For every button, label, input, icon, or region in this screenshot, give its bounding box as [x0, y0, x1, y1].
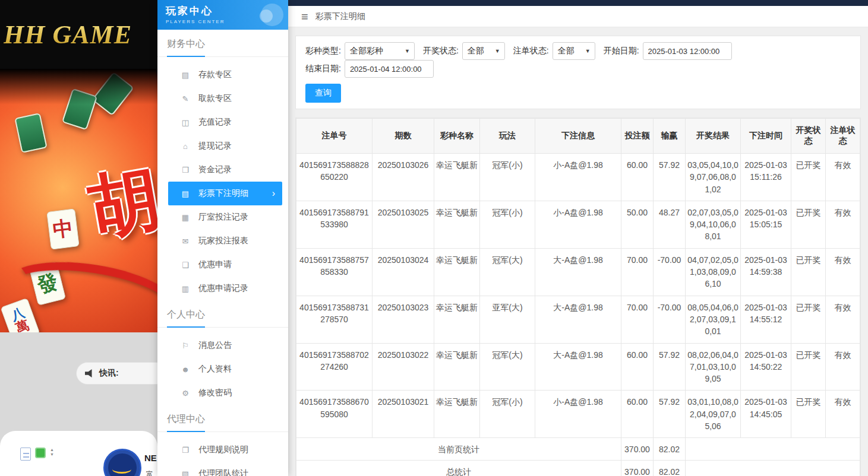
table-cell: 08,02,06,04,07,01,03,10,09,05: [686, 343, 741, 391]
sidebar-item-label: 厅室投注记录: [198, 212, 248, 223]
sidebar-item-player-bet-report[interactable]: ✉玩家投注报表: [168, 229, 282, 253]
table-cell: 04,07,02,05,01,03,08,09,06,10: [686, 248, 741, 296]
sidebar-item-agent-rules[interactable]: ❐代理规则说明: [168, 438, 282, 462]
table-cell: 60.00: [621, 391, 654, 438]
lottery-type-value: 全部彩种: [350, 46, 383, 56]
summary-label: 总统计: [296, 461, 621, 476]
sidebar-item-change-password[interactable]: ⚙修改密码: [168, 381, 282, 405]
news-partial-text-2: 富: [146, 469, 153, 476]
green-app-icon[interactable]: [35, 448, 46, 458]
sidebar-item-withdrawal-records[interactable]: ⌂提现记录: [168, 134, 282, 158]
chevron-down-icon: ▼: [495, 48, 500, 54]
mahjong-tile-back: [14, 113, 48, 153]
sidebar-item-promo-apply[interactable]: ❑优惠申请: [168, 253, 282, 277]
table-cell: 小-A盘@1.98: [535, 154, 621, 201]
scroll-arrows-icon[interactable]: ▲▼: [50, 448, 54, 456]
chart-icon: ▧: [180, 469, 191, 476]
draw-status-select[interactable]: 全部 ▼: [462, 42, 505, 60]
menu-toggle-icon[interactable]: ≡: [301, 11, 308, 23]
document-icon: ❐: [180, 446, 191, 455]
sidebar-item-label: 玩家投注报表: [198, 236, 248, 246]
column-header: 下注时间: [741, 119, 791, 154]
chevron-right-icon: ›: [272, 188, 282, 199]
sidebar-item-label: 代理团队统计: [198, 468, 248, 476]
summary-empty-cell: [686, 461, 860, 476]
promo-top-fade: [0, 69, 157, 104]
table-cell: 20250103024: [373, 248, 434, 296]
draw-status-value: 全部: [468, 46, 484, 56]
table-cell: 20250103025: [373, 201, 434, 248]
sidebar-item-promo-apply-records[interactable]: ▥优惠申请记录: [168, 277, 282, 300]
brand-logo: HH GAME: [4, 20, 132, 50]
lottery-bet-detail-icon: ▤: [180, 189, 191, 198]
sidebar-item-label: 消息公告: [198, 340, 232, 351]
doc-file-icon[interactable]: [20, 448, 31, 461]
table-cell: 60.00: [621, 343, 654, 391]
column-header: 注单状态: [826, 119, 860, 154]
table-cell: 70.00: [621, 248, 654, 296]
sidebar: 玩家中心 PLAYERS CENTER 财务中心▤存款专区✎取款专区◫充值记录⌂…: [157, 0, 288, 476]
table-cell: 有效: [826, 391, 860, 438]
table-cell: 60.00: [621, 154, 654, 201]
sidebar-item-fund-records[interactable]: ❒资金记录: [168, 158, 282, 182]
table-cell: 冠军(大): [480, 248, 535, 296]
sidebar-item-lottery-bet-details[interactable]: ▤彩票下注明细›: [168, 182, 282, 205]
bet-status-select[interactable]: 全部 ▼: [553, 42, 595, 60]
table-cell: 401569173588670595080: [296, 391, 373, 438]
table-cell: -70.00: [654, 248, 686, 296]
bet-status-value: 全部: [558, 46, 575, 56]
table-cell: 48.27: [654, 201, 686, 248]
sidebar-item-recharge-records[interactable]: ◫充值记录: [168, 110, 282, 134]
sidebar-item-hall-bet-records[interactable]: ▦厅室投注记录: [168, 205, 282, 229]
table-cell: 有效: [826, 296, 860, 343]
column-header: 玩法: [480, 119, 535, 154]
summary-bet-total: 370.00: [621, 438, 654, 461]
table-cell: 有效: [826, 154, 860, 201]
table-cell: 大-A盘@1.98: [535, 343, 621, 391]
sidebar-item-deposit-zone[interactable]: ▤存款专区: [168, 63, 282, 87]
table-cell: 冠军(小): [480, 391, 535, 438]
player-bet-report-icon: ✉: [180, 237, 191, 246]
column-header: 输赢: [654, 119, 686, 154]
sidebar-nav: 财务中心▤存款专区✎取款专区◫充值记录⌂提现记录❒资金记录▤彩票下注明细›▦厅室…: [157, 30, 288, 476]
table-row: 40156917358870227426020250103022幸运飞艇新冠军(…: [296, 343, 860, 391]
table-cell: 已开奖: [791, 154, 826, 201]
table-cell: 401569173588731278570: [296, 296, 373, 343]
sidebar-item-agent-team-stats[interactable]: ▧代理团队统计: [168, 462, 282, 476]
sidebar-item-label: 个人资料: [198, 364, 232, 375]
column-header: 期数: [373, 119, 434, 154]
fund-record-icon: ❒: [180, 166, 191, 174]
table-cell: 冠军(小): [480, 154, 535, 201]
sidebar-item-profile[interactable]: ☻个人资料: [168, 357, 282, 381]
sidebar-item-announcements[interactable]: ⚐消息公告: [168, 334, 282, 357]
site-logo-bar: HH GAME: [0, 0, 157, 69]
table-cell: 幸运飞艇新: [434, 154, 480, 201]
summary-label: 当前页统计: [296, 438, 621, 461]
start-date-input[interactable]: [643, 42, 732, 60]
table-cell: 小-A盘@1.98: [535, 201, 621, 248]
sidebar-item-label: 存款专区: [198, 69, 232, 80]
table-cell: 20250103021: [373, 391, 434, 438]
lottery-type-select[interactable]: 全部彩种 ▼: [345, 42, 415, 60]
summary-win-loss: 82.02: [654, 461, 686, 476]
speaker-icon: [85, 369, 94, 377]
table-cell: 02,07,03,05,09,04,10,06,08,01: [686, 201, 741, 248]
table-cell: 亚军(大): [480, 296, 535, 343]
chevron-down-icon: ▼: [405, 48, 410, 54]
promo-apply-icon: ❑: [180, 261, 191, 269]
sidebar-item-label: 代理规则说明: [198, 445, 248, 455]
sidebar-item-withdraw-zone[interactable]: ✎取款专区: [168, 87, 282, 110]
table-cell: 70.00: [621, 296, 654, 343]
bets-table-card: 注单号期数彩种名称玩法下注信息投注额输赢开奖结果下注时间开奖状态注单状态 401…: [295, 118, 861, 476]
sidebar-item-label: 彩票下注明细: [198, 188, 248, 199]
table-cell: 2025-01-03 15:05:15: [741, 201, 791, 248]
filter-panel: 彩种类型: 全部彩种 ▼ 开奖状态: 全部 ▼: [295, 36, 861, 109]
hall-bet-record-icon: ▦: [180, 213, 191, 222]
tile-glyph: 中: [51, 214, 74, 244]
chevron-down-icon: ▼: [585, 48, 591, 54]
query-button[interactable]: 查询: [305, 84, 341, 103]
table-cell: 大-A盘@1.98: [535, 296, 621, 343]
summary-empty-cell: [686, 438, 860, 461]
end-date-input[interactable]: [345, 60, 434, 78]
table-row: 40156917358875785833020250103024幸运飞艇新冠军(…: [296, 248, 860, 296]
